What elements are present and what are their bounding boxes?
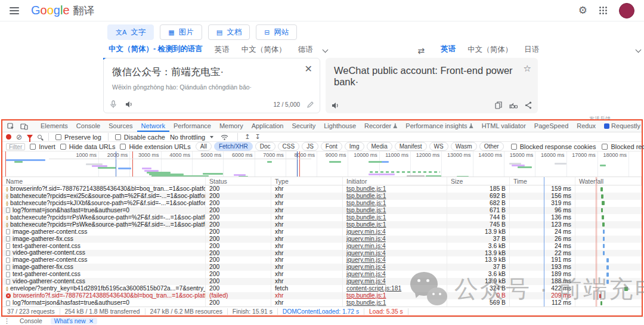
chevron-down-icon[interactable]: [322, 47, 328, 52]
import-har-icon[interactable]: ↥: [244, 133, 250, 141]
target-lang-tab[interactable]: 中文（简体）: [462, 42, 518, 58]
share-icon[interactable]: [525, 101, 532, 109]
initiator-link[interactable]: tsp.bundle.js:1: [346, 207, 386, 213]
hide-data-urls-checkbox[interactable]: Hide data URLs: [60, 143, 116, 150]
initiator-link[interactable]: tsp.bundle.js:1: [346, 193, 386, 199]
invert-checkbox[interactable]: Invert: [30, 143, 55, 150]
column-header-name[interactable]: Name: [2, 177, 206, 185]
request-initiator[interactable]: tsp.bundle.js:1: [343, 207, 447, 214]
request-row[interactable]: log?format=json&hasfast=true&authuser=02…: [2, 299, 642, 307]
request-row[interactable]: {}batchexecute?rpcids=exi25c&source-path…: [2, 193, 642, 200]
speaker-icon[interactable]: [332, 102, 339, 109]
request-row[interactable]: ✕browserinfo?f.sid=-7887672143885436430&…: [2, 292, 642, 299]
devtools-tab-redux[interactable]: Redux: [572, 120, 600, 132]
column-header-status[interactable]: Status: [206, 177, 271, 185]
initiator-link[interactable]: tsp.bundle.js:1: [346, 299, 386, 306]
initiator-link[interactable]: content-script.js:181: [346, 285, 401, 292]
filter-chip-ws[interactable]: WS: [429, 142, 448, 151]
devtools-tab-application[interactable]: Application: [247, 120, 288, 132]
export-har-icon[interactable]: ↧: [255, 133, 260, 141]
initiator-link[interactable]: tsp.bundle.js:1: [346, 185, 386, 192]
network-overview-timeline[interactable]: 1000 ms2000 ms3000 ms4000 ms5000 ms6000 …: [2, 151, 642, 177]
request-initiator[interactable]: jquery.min.js:4: [343, 278, 447, 285]
clear-network-log-icon[interactable]: ⊘: [16, 134, 22, 141]
filter-icon[interactable]: [27, 135, 33, 139]
request-row[interactable]: video-gatherer-content.css200xhrjquery.m…: [2, 250, 642, 257]
swap-languages-icon[interactable]: ⇄: [417, 46, 425, 55]
initiator-link[interactable]: jquery.min.js:4: [346, 228, 386, 235]
request-initiator[interactable]: tsp.bundle.js:1: [343, 214, 447, 221]
filter-chip-css[interactable]: CSS: [278, 142, 300, 151]
devtools-tab-performance[interactable]: Performance: [169, 120, 215, 132]
settings-icon[interactable]: ⚙: [578, 5, 587, 16]
copy-icon[interactable]: [495, 101, 502, 109]
filter-chip-wasm[interactable]: Wasm: [451, 142, 477, 151]
mode-tab-文档[interactable]: ▤文档: [208, 24, 250, 40]
filter-chip-manifest[interactable]: Manifest: [395, 142, 427, 151]
filter-chip-img[interactable]: Img: [345, 142, 364, 151]
request-row[interactable]: {}batchexecute?rpcids=kJIXbf&source-path…: [2, 200, 642, 207]
source-lang-tab[interactable]: 德语: [293, 42, 318, 58]
disable-cache-checkbox[interactable]: Disable cache: [115, 134, 165, 141]
devtools-tab-memory[interactable]: Memory: [215, 120, 247, 132]
request-row[interactable]: {}browserinfo?f.sid=-7887672143885436430…: [2, 185, 642, 193]
filter-chip-media[interactable]: Media: [367, 142, 392, 151]
inspect-icon[interactable]: [5, 123, 17, 130]
filter-chip-doc[interactable]: Doc: [255, 142, 275, 151]
request-initiator[interactable]: tsp.bundle.js:1: [343, 221, 447, 228]
mode-tab-网站[interactable]: ⊟网站: [256, 24, 297, 40]
filter-checkbox-blocked-response-cookies[interactable]: Blocked response cookies: [511, 143, 596, 150]
filter-input[interactable]: Filter: [6, 143, 25, 150]
devtools-tab-recorder[interactable]: Recorder: [360, 120, 401, 132]
close-icon[interactable]: ✕: [89, 318, 94, 324]
initiator-link[interactable]: tsp.bundle.js:1: [346, 200, 386, 206]
request-initiator[interactable]: tsp.bundle.js:1: [343, 299, 447, 307]
drawer-tab-console[interactable]: Console: [16, 318, 46, 324]
devtools-tab-elements[interactable]: Elements: [36, 120, 72, 132]
initiator-link[interactable]: jquery.min.js:4: [346, 271, 386, 277]
filter-chip-js[interactable]: JS: [302, 142, 318, 151]
request-initiator[interactable]: tsp.bundle.js:1: [343, 200, 447, 207]
initiator-link[interactable]: tsp.bundle.js:1: [346, 214, 386, 221]
request-row[interactable]: log?format=json&hasfast=true&authuser=02…: [2, 207, 642, 214]
close-icon[interactable]: ✕: [305, 64, 312, 74]
devtools-tab-console[interactable]: Console: [72, 120, 104, 132]
devtools-tab-pagespeed[interactable]: PageSpeed: [530, 120, 573, 132]
chevron-down-icon[interactable]: [636, 47, 642, 52]
source-text-panel[interactable]: 微信公众号：前端充电宝· ✕ Wēixìn gōngzhòng hào: Qiá…: [103, 58, 320, 113]
request-row[interactable]: image-gatherer-fix.css200xhrjquery.min.j…: [2, 264, 642, 271]
rate-translation-icon[interactable]: [509, 102, 518, 109]
initiator-link[interactable]: jquery.min.js:4: [346, 256, 386, 263]
throttling-select[interactable]: No throttling: [170, 134, 213, 141]
initiator-link[interactable]: jquery.min.js:4: [346, 278, 386, 284]
devtools-tab-sources[interactable]: Sources: [104, 120, 137, 132]
filter-chip-font[interactable]: Font: [321, 142, 342, 151]
filter-chip-all[interactable]: All: [196, 142, 212, 151]
devtools-tab-html-validator[interactable]: HTML validator: [478, 120, 530, 132]
source-text[interactable]: 微信公众号：前端充电宝·: [104, 58, 320, 79]
request-initiator[interactable]: jquery.min.js:4: [343, 256, 447, 264]
source-lang-tab[interactable]: 英语: [209, 42, 235, 58]
star-icon[interactable]: ☆: [524, 63, 531, 74]
request-initiator[interactable]: jquery.min.js:4: [343, 264, 447, 271]
device-toolbar-icon[interactable]: [18, 123, 30, 130]
column-header-type[interactable]: Type: [271, 177, 343, 185]
request-row[interactable]: text-gatherer-content.css200xhrjquery.mi…: [2, 271, 642, 278]
request-row[interactable]: image-gatherer-fix.css200xhrjquery.min.j…: [2, 236, 642, 243]
request-initiator[interactable]: jquery.min.js:4: [343, 250, 447, 257]
source-lang-tab[interactable]: 中文（简体）: [236, 42, 292, 58]
initiator-link[interactable]: tsp.bundle.js:1: [346, 221, 386, 228]
devtools-tab-network[interactable]: Network: [137, 120, 169, 132]
devtools-tab-security[interactable]: Security: [287, 120, 320, 132]
target-lang-tab[interactable]: 英语: [435, 42, 461, 60]
request-row[interactable]: text-gatherer-content.css200xhrjquery.mi…: [2, 243, 642, 250]
initiator-link[interactable]: jquery.min.js:4: [346, 264, 386, 270]
avatar[interactable]: [619, 3, 634, 18]
search-icon[interactable]: [38, 135, 42, 139]
target-lang-tab[interactable]: 日语: [519, 42, 544, 58]
drawer-tab-what-s-new[interactable]: What's new✕: [51, 318, 97, 324]
mode-tab-文字[interactable]: 文A文字: [107, 24, 154, 40]
mic-icon[interactable]: [110, 100, 117, 109]
request-initiator[interactable]: tsp.bundle.js:1: [343, 193, 447, 200]
network-conditions-icon[interactable]: [218, 134, 231, 140]
